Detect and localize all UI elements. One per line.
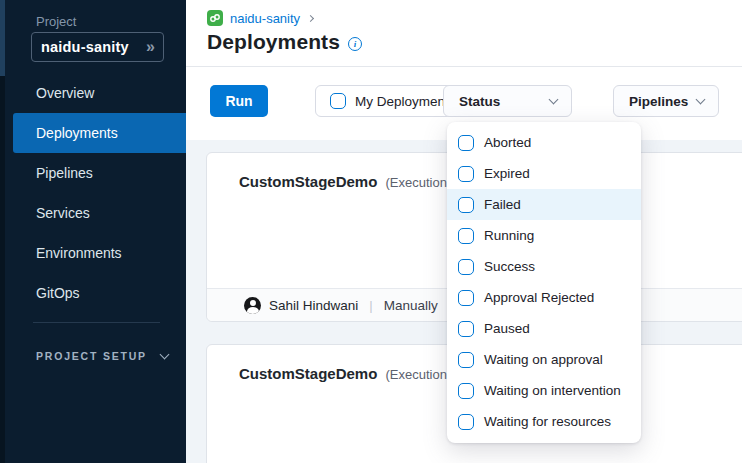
sidebar-item-overview[interactable]: Overview <box>13 73 186 113</box>
status-option-paused[interactable]: Paused <box>447 313 641 344</box>
sidebar-item-services[interactable]: Services <box>13 193 186 233</box>
status-option-label: Success <box>484 259 535 274</box>
sidebar-item-deployments[interactable]: Deployments <box>13 113 186 153</box>
chevron-right-icon <box>307 15 314 22</box>
project-setup-label: PROJECT SETUP <box>36 350 147 362</box>
sidebar: Project naidu-sanity » Overview Deployme… <box>0 0 186 463</box>
status-option-label: Paused <box>484 321 530 336</box>
status-filter-dropdown[interactable]: Status <box>443 85 572 117</box>
status-option-label: Aborted <box>484 135 531 150</box>
checkbox-icon[interactable] <box>458 135 474 151</box>
breadcrumb: naidu-sanity <box>207 10 313 26</box>
footer-divider: | <box>369 298 372 313</box>
sidebar-item-environments[interactable]: Environments <box>13 233 186 273</box>
my-deployments-label: My Deployments <box>355 94 456 109</box>
status-option-label: Waiting on intervention <box>484 383 621 398</box>
status-option-label: Running <box>484 228 534 243</box>
sidebar-item-label: Environments <box>36 245 122 261</box>
page-title: Deployments <box>207 30 340 54</box>
checkbox-icon[interactable] <box>458 228 474 244</box>
status-option-waiting-on-intervention[interactable]: Waiting on intervention <box>447 375 641 406</box>
checkbox-icon[interactable] <box>458 352 474 368</box>
user-avatar-icon <box>244 297 261 314</box>
breadcrumb-project-link[interactable]: naidu-sanity <box>230 11 300 26</box>
checkbox-icon[interactable] <box>458 290 474 306</box>
project-selector-value: naidu-sanity <box>41 39 146 55</box>
sidebar-item-gitops[interactable]: GitOps <box>13 273 186 313</box>
module-rail-indicator <box>0 0 5 76</box>
status-option-waiting-for-resources[interactable]: Waiting for resources <box>447 406 641 437</box>
checkbox-icon[interactable] <box>458 321 474 337</box>
status-option-waiting-on-approval[interactable]: Waiting on approval <box>447 344 641 375</box>
project-setup-toggle[interactable]: PROJECT SETUP <box>36 350 168 362</box>
project-selector[interactable]: naidu-sanity » <box>31 32 164 62</box>
sidebar-item-label: Overview <box>36 85 94 101</box>
sidebar-item-pipelines[interactable]: Pipelines <box>13 153 186 193</box>
status-option-label: Expired <box>484 166 530 181</box>
chevron-down-icon <box>159 350 169 360</box>
pipelines-filter-label: Pipelines <box>629 94 688 109</box>
sidebar-item-label: GitOps <box>36 285 80 301</box>
double-chevron-right-icon[interactable]: » <box>146 39 155 55</box>
chevron-down-icon <box>549 95 559 105</box>
cd-module-icon <box>207 10 223 26</box>
status-option-aborted[interactable]: Aborted <box>447 127 641 158</box>
triggered-by-user[interactable]: Sahil Hindwani <box>269 298 358 313</box>
status-dropdown-menu: Aborted Expired Failed Running Success A… <box>447 122 641 443</box>
run-button[interactable]: Run <box>210 85 268 117</box>
sidebar-divider <box>33 322 160 323</box>
status-option-approval-rejected[interactable]: Approval Rejected <box>447 282 641 313</box>
sidebar-nav: Overview Deployments Pipelines Services … <box>5 73 186 313</box>
checkbox-icon[interactable] <box>330 93 346 109</box>
info-icon[interactable]: i <box>348 37 362 51</box>
checkbox-icon[interactable] <box>458 166 474 182</box>
app-window: Project naidu-sanity » Overview Deployme… <box>0 0 742 463</box>
checkbox-icon[interactable] <box>458 197 474 213</box>
status-option-running[interactable]: Running <box>447 220 641 251</box>
chevron-down-icon <box>696 95 706 105</box>
page-header: naidu-sanity Deployments i <box>186 0 742 67</box>
trigger-type: Manually <box>384 298 438 313</box>
sidebar-item-label: Deployments <box>36 125 118 141</box>
status-option-label: Waiting on approval <box>484 352 603 367</box>
status-filter-label: Status <box>459 94 500 109</box>
pipelines-filter-dropdown[interactable]: Pipelines <box>613 85 719 117</box>
status-option-label: Approval Rejected <box>484 290 594 305</box>
checkbox-icon[interactable] <box>458 383 474 399</box>
checkbox-icon[interactable] <box>458 259 474 275</box>
project-label: Project <box>36 14 76 29</box>
pipeline-name[interactable]: CustomStageDemo <box>239 173 377 190</box>
sidebar-item-label: Pipelines <box>36 165 93 181</box>
checkbox-icon[interactable] <box>458 414 474 430</box>
status-option-label: Waiting for resources <box>484 414 611 429</box>
sidebar-item-label: Services <box>36 205 90 221</box>
status-option-label: Failed <box>484 197 521 212</box>
status-option-expired[interactable]: Expired <box>447 158 641 189</box>
status-option-success[interactable]: Success <box>447 251 641 282</box>
status-option-failed[interactable]: Failed <box>447 189 641 220</box>
pipeline-name[interactable]: CustomStageDemo <box>239 365 377 382</box>
